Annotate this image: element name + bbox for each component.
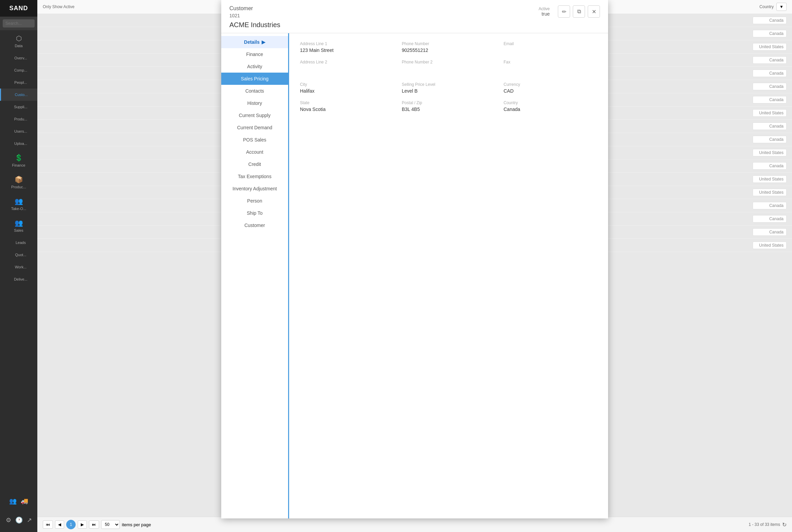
status-label: Active <box>539 6 550 11</box>
modal-header: Customer 1021 Active true ✏ ⧉ ✕ ACME Ind… <box>221 0 608 33</box>
sidebar-item-leads[interactable]: Leads <box>0 236 37 249</box>
modal-id: 1021 <box>229 13 253 18</box>
selling-price-value: Level B <box>402 88 495 94</box>
state-group: State Nova Scotia <box>300 100 394 112</box>
sidebar-export[interactable]: ↗ <box>25 513 33 528</box>
sidebar-item-comp[interactable]: Comp... <box>0 64 37 76</box>
fax-group: Fax <box>504 60 597 71</box>
sidebar-item-users[interactable]: Users... <box>0 125 37 137</box>
nav-item-activity[interactable]: Activity <box>221 60 288 73</box>
nav-item-contacts[interactable]: Contacts <box>221 85 288 97</box>
sidebar-truck[interactable]: 🚚 <box>19 494 30 509</box>
sidebar-item-work[interactable]: Work... <box>0 261 37 273</box>
nav-item-credit[interactable]: Credit <box>221 158 288 170</box>
nav-item-current-demand[interactable]: Current Demand <box>221 121 288 134</box>
sidebar-item-quotes[interactable]: Quot... <box>0 249 37 261</box>
field-row-1: Address Line 1 123 Main Street Phone Num… <box>300 41 597 53</box>
phone2-label: Phone Number 2 <box>402 60 495 64</box>
sidebar-settings[interactable]: ⚙ <box>4 513 13 528</box>
nav-item-account[interactable]: Account <box>221 146 288 158</box>
field-row-4: State Nova Scotia Postal / Zip B3L 4B5 C… <box>300 100 597 112</box>
nav-item-sales-pricing[interactable]: Sales Pricing <box>221 73 288 85</box>
finance-icon: 💲 <box>15 154 23 162</box>
nav-item-inventory-adjustment[interactable]: Inventory Adjustment <box>221 183 288 195</box>
refresh-button[interactable]: ↻ <box>782 521 787 528</box>
last-page-button[interactable]: ⏭ <box>89 520 99 529</box>
sidebar: SAND ⬡ Data Overv... Comp... Peopl... Cu… <box>0 0 37 532</box>
customer-modal: Customer 1021 Active true ✏ ⧉ ✕ ACME Ind… <box>221 0 608 518</box>
sidebar-item-data[interactable]: ⬡ Data <box>0 30 37 52</box>
address-line1-group: Address Line 1 123 Main Street <box>300 41 394 53</box>
sidebar-item-uploads[interactable]: Uploa... <box>0 137 37 150</box>
per-page-select[interactable]: 50 25 100 <box>101 520 120 529</box>
email-label: Email <box>504 41 597 46</box>
field-row-2: Address Line 2 Phone Number 2 Fax <box>300 60 597 71</box>
phone-value: 9025551212 <box>402 48 495 53</box>
sidebar-item-takeo[interactable]: 👥 Take-O... <box>0 193 37 215</box>
edit-button[interactable]: ✏ <box>558 5 570 18</box>
nav-item-ship-to[interactable]: Ship To <box>221 207 288 219</box>
city-value: Halifax <box>300 88 394 94</box>
address-line2-group: Address Line 2 <box>300 60 394 71</box>
modal-title-section: Customer 1021 <box>229 5 253 18</box>
products-icon: 📦 <box>15 175 23 184</box>
nav-details-label: Details <box>244 39 260 45</box>
window-button[interactable]: ⧉ <box>573 5 585 18</box>
state-value: Nova Scotia <box>300 107 394 112</box>
modal-title: Customer <box>229 5 253 12</box>
country-group: Country Canada <box>504 100 597 112</box>
close-button[interactable]: ✕ <box>588 5 600 18</box>
state-label: State <box>300 100 394 105</box>
nav-item-tax-exemptions[interactable]: Tax Exemptions <box>221 170 288 183</box>
sidebar-item-finance[interactable]: 💲 Finance <box>0 150 37 171</box>
fax-value <box>504 66 597 71</box>
sidebar-item-people[interactable]: Peopl... <box>0 76 37 89</box>
clock-icon: 🕐 <box>15 516 23 524</box>
detail-panel: Address Line 1 123 Main Street Phone Num… <box>289 33 608 518</box>
truck-icon: 🚚 <box>21 497 28 505</box>
nav-details-arrow: ▶ <box>262 39 265 45</box>
current-page-button[interactable]: 1 <box>66 520 76 529</box>
sidebar-item-products2[interactable]: 📦 Produc... <box>0 171 37 193</box>
search-input[interactable] <box>3 19 35 27</box>
location-section: City Halifax Selling Price Level Level B… <box>300 82 597 112</box>
pagination-info: 1 - 33 of 33 items <box>749 522 780 527</box>
modal-status: Active true <box>539 6 550 17</box>
selling-price-group: Selling Price Level Level B <box>402 82 495 94</box>
sidebar-item-delivery[interactable]: Delive... <box>0 273 37 285</box>
pagination-bar: ⏮ ◀ 1 ▶ ⏭ 50 25 100 items per page 1 - 3… <box>37 517 792 532</box>
nav-item-person[interactable]: Person <box>221 195 288 207</box>
sidebar-item-products[interactable]: Produ... <box>0 113 37 125</box>
sidebar-item-overview[interactable]: Overv... <box>0 52 37 64</box>
currency-value: CAD <box>504 88 597 94</box>
nav-item-pos-sales[interactable]: POS Sales <box>221 134 288 146</box>
sidebar-teams[interactable]: 👥 <box>8 494 18 509</box>
sidebar-item-sales[interactable]: 👥 Sales <box>0 215 37 236</box>
city-label: City <box>300 82 394 87</box>
logo: SAND <box>0 0 37 17</box>
status-value: true <box>539 11 550 17</box>
modal-body: Details ▶ Finance Activity Sales Pricing… <box>221 33 608 518</box>
fax-label: Fax <box>504 60 597 64</box>
nav-item-history[interactable]: History <box>221 97 288 109</box>
address-line2-value <box>300 66 394 71</box>
selling-price-label: Selling Price Level <box>402 82 495 87</box>
nav-item-details[interactable]: Details ▶ <box>221 36 288 48</box>
side-nav: Details ▶ Finance Activity Sales Pricing… <box>221 33 289 518</box>
nav-item-customer[interactable]: Customer <box>221 219 288 231</box>
sidebar-bottom: 👥 🚚 ⚙ 🕐 ↗ <box>0 489 37 532</box>
sidebar-clock[interactable]: 🕐 <box>14 513 24 528</box>
data-icon: ⬡ <box>16 34 22 42</box>
first-page-button[interactable]: ⏮ <box>43 520 53 529</box>
takeo-icon: 👥 <box>15 197 23 205</box>
postal-value: B3L 4B5 <box>402 107 495 112</box>
currency-label: Currency <box>504 82 597 87</box>
nav-item-finance[interactable]: Finance <box>221 48 288 60</box>
phone-label: Phone Number <box>402 41 495 46</box>
next-page-button[interactable]: ▶ <box>78 520 87 529</box>
prev-page-button[interactable]: ◀ <box>55 520 64 529</box>
sidebar-item-suppliers[interactable]: Suppli... <box>0 101 37 113</box>
teams-icon: 👥 <box>9 497 17 505</box>
nav-item-current-supply[interactable]: Current Supply <box>221 109 288 121</box>
sidebar-item-customers[interactable]: Custo... <box>0 89 37 101</box>
